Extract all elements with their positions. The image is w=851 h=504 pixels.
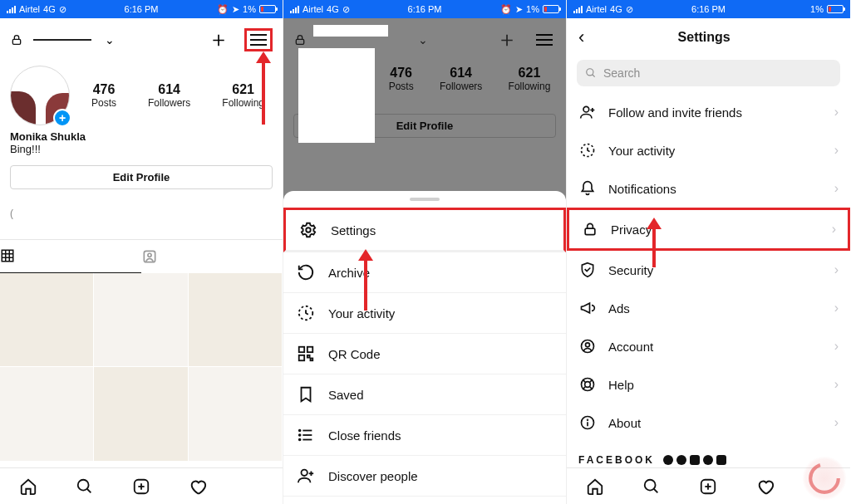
archive-icon — [297, 263, 315, 281]
carrier-label: Airtel — [19, 4, 40, 14]
svg-line-49 — [654, 488, 658, 492]
tagged-icon — [141, 248, 158, 265]
menu-archive[interactable]: Archive — [283, 252, 566, 293]
menu-qr[interactable]: QR Code — [283, 334, 566, 374]
nav-create[interactable] — [131, 477, 151, 497]
bell-icon — [578, 179, 597, 198]
row-notifications[interactable]: Notifications› — [567, 169, 850, 208]
row-account[interactable]: Account› — [567, 327, 850, 365]
chevron-right-icon: › — [834, 339, 839, 354]
edit-profile-button[interactable]: Edit Profile — [10, 165, 273, 189]
menu-activity[interactable]: Your activity — [283, 293, 566, 334]
username-redacted — [313, 25, 388, 37]
svg-point-32 — [583, 106, 589, 112]
status-bar: Airtel 4G ⊘ 6:16 PM 1% — [567, 0, 850, 18]
sheet-handle[interactable] — [410, 198, 440, 201]
svg-point-14 — [306, 228, 311, 232]
nav-home[interactable] — [585, 477, 605, 497]
following-label: Following — [222, 97, 264, 109]
row-security[interactable]: Security› — [567, 251, 850, 289]
menu-close-friends[interactable]: Close friends — [283, 415, 566, 456]
row-about[interactable]: About› — [567, 404, 850, 442]
nav-search[interactable] — [642, 477, 662, 497]
stat-followers[interactable]: 614 Followers — [148, 82, 190, 109]
tab-tagged[interactable] — [141, 240, 283, 273]
avatar-wrap[interactable]: + — [10, 66, 70, 125]
row-label: Follow and invite friends — [608, 105, 742, 120]
search-placeholder: Search — [603, 66, 640, 80]
menu-saved[interactable]: Saved — [283, 374, 566, 415]
battery-icon — [259, 5, 276, 13]
stat-posts[interactable]: 476 Posts — [91, 82, 116, 109]
chevron-right-icon: › — [834, 181, 839, 196]
plus-square-icon — [699, 477, 717, 496]
account-icon — [578, 337, 597, 355]
chevron-right-icon: › — [834, 262, 839, 277]
person-plus-icon — [297, 467, 315, 485]
watermark-logo — [802, 456, 847, 501]
svg-line-42 — [590, 387, 593, 389]
nav-home[interactable] — [18, 477, 38, 497]
qr-icon — [297, 345, 315, 363]
svg-line-44 — [583, 387, 585, 389]
help-icon — [578, 375, 597, 394]
menu-discover[interactable]: Discover people — [283, 456, 566, 497]
heart-icon — [189, 477, 207, 496]
carrier-label: Airtel — [586, 4, 607, 14]
vpn-icon: ⊘ — [626, 4, 633, 15]
post-thumb[interactable] — [0, 367, 93, 460]
svg-point-7 — [148, 253, 151, 257]
info-icon — [578, 413, 597, 432]
search-icon — [642, 477, 661, 496]
status-time: 6:16 PM — [691, 4, 726, 14]
row-label: Privacy — [611, 223, 652, 237]
row-privacy[interactable]: Privacy› — [567, 208, 850, 251]
chevron-right-icon: › — [834, 377, 839, 392]
svg-point-24 — [299, 430, 301, 432]
network-label: 4G — [610, 4, 622, 14]
activity-icon — [578, 141, 597, 159]
add-story-icon[interactable]: + — [53, 109, 71, 127]
post-thumb[interactable] — [189, 367, 282, 460]
lock-icon — [581, 220, 599, 238]
row-label: Account — [608, 340, 653, 354]
battery-icon — [543, 5, 559, 13]
chevron-right-icon: › — [834, 301, 839, 316]
profile-tabs — [0, 239, 283, 273]
svg-point-38 — [586, 343, 590, 347]
row-help[interactable]: Help› — [567, 365, 850, 404]
svg-point-47 — [588, 419, 588, 420]
list-icon — [297, 426, 315, 444]
menu-settings[interactable]: Settings — [283, 208, 566, 252]
row-activity[interactable]: Your activity› — [567, 131, 850, 169]
screen-settings: Airtel 4G ⊘ 6:16 PM 1% ‹ Settings Search… — [567, 0, 850, 504]
nav-create[interactable] — [698, 477, 718, 497]
nav-activity[interactable] — [755, 477, 775, 497]
row-follow-invite[interactable]: Follow and invite friends› — [567, 93, 850, 131]
row-label: About — [608, 416, 641, 430]
chevron-down-icon[interactable]: ⌄ — [105, 33, 115, 46]
followers-count: 614 — [148, 82, 190, 97]
carrier-label: Airtel — [303, 4, 323, 14]
nav-profile[interactable] — [244, 477, 264, 497]
settings-header: ‹ Settings — [567, 18, 850, 56]
nav-activity[interactable] — [188, 477, 208, 497]
search-input[interactable]: Search — [577, 60, 840, 86]
nav-search[interactable] — [75, 477, 95, 497]
post-thumb[interactable] — [0, 273, 93, 366]
svg-line-31 — [593, 75, 595, 77]
menu-sheet: Settings Archive Your activity QR Code S… — [283, 191, 566, 504]
page-title: Settings — [569, 30, 839, 45]
stat-following[interactable]: 621 Following — [222, 82, 264, 109]
row-ads[interactable]: Ads› — [567, 289, 850, 327]
username-redacted — [33, 39, 91, 41]
tab-grid[interactable] — [0, 240, 141, 273]
chevron-right-icon: › — [834, 415, 839, 430]
create-button[interactable]: ＋ — [208, 25, 229, 54]
post-thumb[interactable] — [94, 367, 187, 460]
post-thumb[interactable] — [94, 273, 187, 366]
megaphone-icon — [578, 299, 597, 317]
status-bar: Airtel 4G ⊘ 6:16 PM ⏰ ➤ 1% — [283, 0, 566, 18]
menu-button[interactable] — [244, 28, 273, 51]
post-thumb[interactable] — [189, 273, 282, 366]
